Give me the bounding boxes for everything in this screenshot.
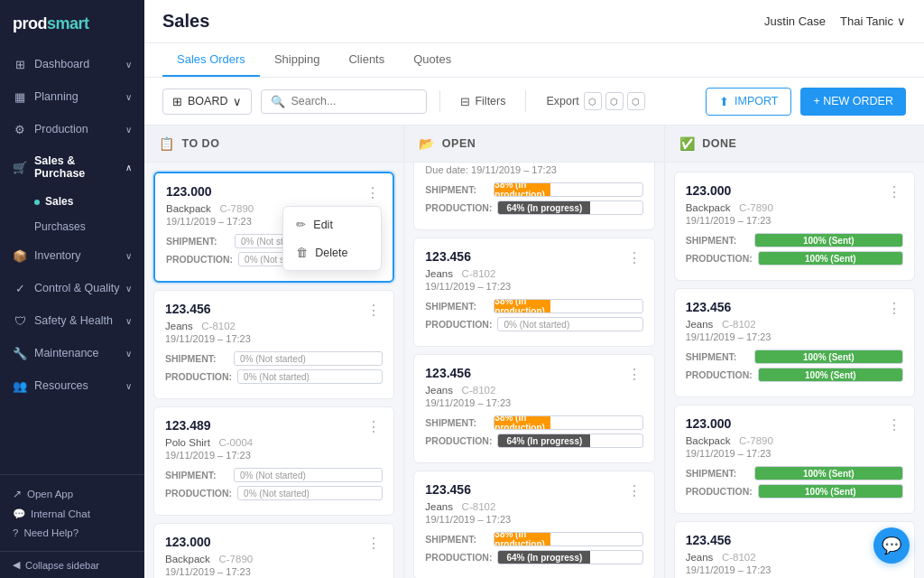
chat-widget-button[interactable]: 💬 <box>873 527 910 564</box>
need-help-link[interactable]: ? Need Help? <box>13 524 132 542</box>
tab-sales-orders[interactable]: Sales Orders <box>162 43 260 77</box>
card-menu-button[interactable]: ⋮ <box>625 249 643 266</box>
card-menu-button[interactable]: ⋮ <box>365 418 383 435</box>
sidebar-item-production[interactable]: ⚙Production ∨ <box>0 113 144 145</box>
production-row: PRODUCTION: 100% (Sent) <box>686 251 903 266</box>
search-icon: 🔍 <box>271 95 285 108</box>
sidebar-item-dashboard[interactable]: ⊞Dashboard ∨ <box>0 48 144 80</box>
search-input[interactable] <box>291 95 417 107</box>
shipment-label: SHIPMENT: <box>166 236 229 247</box>
card-due-date: 19/11/2019 – 17:23 <box>686 448 903 459</box>
export-button[interactable]: Export ⬡ ⬡ ⬡ <box>539 87 651 116</box>
toolbar-actions: ⬆ IMPORT + NEW ORDER <box>706 88 906 116</box>
production-icon: ⚙ <box>13 122 27 136</box>
card-menu-button[interactable]: ⋮ <box>365 302 383 319</box>
export-xls-icon[interactable]: ⬡ <box>627 92 645 110</box>
card-menu-button[interactable]: ⋮ <box>625 366 643 383</box>
production-label: PRODUCTION: <box>686 253 753 264</box>
order-card-open-2[interactable]: 123.456 ⋮ Jeans C-8102 19/11/2019 – 17:2… <box>413 238 654 347</box>
card-menu-button[interactable]: ⋮ <box>625 482 643 499</box>
export-csv-icon[interactable]: ⬡ <box>584 92 602 110</box>
sidebar-item-resources[interactable]: 👥Resources ∨ <box>0 369 144 402</box>
sidebar-item-planning[interactable]: ▦Planning ∨ <box>0 80 144 113</box>
card-product-info: Jeans C-8102 <box>165 321 383 331</box>
sidebar-item-control-quality[interactable]: ✓Control & Quality ∨ <box>0 272 144 304</box>
search-box[interactable]: 🔍 <box>261 89 427 114</box>
order-card-todo-3[interactable]: 123.489 ⋮ Polo Shirt C-0004 19/11/2019 –… <box>153 406 394 516</box>
sidebar-item-purchases[interactable]: Purchases <box>34 214 144 239</box>
order-card-done-3[interactable]: 123.000 ⋮ Backpack C-7890 19/11/2019 – 1… <box>674 405 915 514</box>
delete-menu-item[interactable]: 🗑 Delete <box>283 238 381 266</box>
collapse-icon: ◀ <box>13 559 20 571</box>
internal-chat-link[interactable]: 💬 Internal Chat <box>13 504 132 524</box>
order-card-open-3[interactable]: 123.456 ⋮ Jeans C-8102 19/11/2019 – 17:2… <box>413 354 654 463</box>
order-id: 123.000 <box>165 535 211 549</box>
column-todo: 📋 TO DO 123.000 ⋮ Backpack C-7890 19/11/… <box>144 126 404 578</box>
chevron-down-icon: ∨ <box>897 14 906 28</box>
tab-shipping[interactable]: Shipping <box>260 43 335 77</box>
shipment-label: SHIPMENT: <box>425 417 488 428</box>
card-due-date: 19/11/2019 – 17:23 <box>165 333 383 344</box>
shipment-row: SHIPMENT: 38% (In production) <box>425 415 642 430</box>
shipment-row: SHIPMENT: 38% (In production) <box>425 532 642 546</box>
import-button[interactable]: ⬆ IMPORT <box>706 88 791 116</box>
sidebar-item-sales-purchase[interactable]: 🛒Sales & Purchase ∧ <box>0 145 144 189</box>
board-icon: ⊞ <box>172 95 182 108</box>
tab-quotes[interactable]: Quotes <box>399 43 466 77</box>
open-app-link[interactable]: ↗ Open App <box>13 484 132 504</box>
column-open: 📂 OPEN Due date: 19/11/2019 – 17:23 SHIP… <box>404 126 664 578</box>
order-id: 123.000 <box>686 183 732 198</box>
edit-menu-item[interactable]: ✏ Edit <box>283 210 381 238</box>
production-label: PRODUCTION: <box>686 486 753 497</box>
card-menu-button[interactable]: ⋮ <box>885 416 903 434</box>
card-product-info: Jeans C-8102 <box>686 319 903 330</box>
chevron-up-icon: ∧ <box>125 163 132 172</box>
new-order-button[interactable]: + NEW ORDER <box>800 88 906 116</box>
order-card-todo-2[interactable]: 123.456 ⋮ Jeans C-8102 19/11/2019 – 17:2… <box>153 290 394 399</box>
sidebar-item-inventory[interactable]: 📦Inventory ∨ <box>0 239 144 272</box>
sidebar-bottom: ↗ Open App 💬 Internal Chat ? Need Help? <box>0 474 144 551</box>
card-due-date: 19/11/2019 – 17:23 <box>425 397 642 408</box>
tab-clients[interactable]: Clients <box>334 43 399 77</box>
user-info: Justin Case Thai Tanic ∨ <box>764 14 906 28</box>
card-product-info: Jeans C-8102 <box>425 385 642 396</box>
order-id: 123.000 <box>686 416 732 431</box>
toolbar: ⊞ BOARD ∨ 🔍 ⊟ Filters Export ⬡ ⬡ ⬡ ⬆ IMP… <box>144 78 924 126</box>
production-label: PRODUCTION: <box>686 369 753 380</box>
user-account-selector[interactable]: Thai Tanic ∨ <box>840 14 906 28</box>
sidebar-item-sales[interactable]: Sales <box>34 189 144 214</box>
card-menu-button[interactable]: ⋮ <box>364 184 382 201</box>
shipment-row: SHIPMENT: 38% (In production) <box>425 299 642 313</box>
collapse-sidebar-button[interactable]: ◀ Collapse sidebar <box>0 551 144 578</box>
card-due-date: 19/11/2019 – 17:23 <box>425 281 642 292</box>
filter-button[interactable]: ⊟ Filters <box>453 89 513 114</box>
card-product-info: Jeans C-8102 <box>425 268 642 279</box>
order-card-todo-1[interactable]: 123.000 ⋮ Backpack C-7890 19/11/2019 – 1… <box>153 172 394 283</box>
board-view-button[interactable]: ⊞ BOARD ∨ <box>162 89 252 115</box>
order-card-todo-4[interactable]: 123.000 ⋮ Backpack C-7890 19/11/2019 – 1… <box>153 523 394 578</box>
card-menu-button[interactable]: ⋮ <box>885 183 903 200</box>
sidebar-item-safety-health[interactable]: 🛡Safety & Health ∨ <box>0 304 144 337</box>
order-card-open-0-partial[interactable]: Due date: 19/11/2019 – 17:23 SHIPMENT: 3… <box>413 163 654 230</box>
import-icon: ⬆ <box>719 95 729 108</box>
order-card-done-2[interactable]: 123.456 ⋮ Jeans C-8102 19/11/2019 – 17:2… <box>674 288 915 397</box>
sidebar-sub-menu: Sales Purchases <box>0 189 144 239</box>
export-icons-group: ⬡ ⬡ ⬡ <box>584 92 645 110</box>
production-progress-bar: 100% (Sent) <box>758 484 903 499</box>
shipment-row: SHIPMENT: 100% (Sent) <box>686 466 903 480</box>
order-card-open-4[interactable]: 123.456 ⋮ Jeans C-8102 19/11/2019 – 17:2… <box>413 471 654 578</box>
production-progress-bar: 64% (In progress) <box>497 200 642 215</box>
shipment-row: SHIPMENT: 38% (In production) <box>425 182 642 197</box>
sidebar-item-maintenance[interactable]: 🔧Maintenance ∨ <box>0 337 144 369</box>
export-pdf-icon[interactable]: ⬡ <box>605 92 624 110</box>
production-label: PRODUCTION: <box>165 371 232 382</box>
order-card-done-1[interactable]: 123.000 ⋮ Backpack C-7890 19/11/2019 – 1… <box>674 172 915 281</box>
order-id: 123.456 <box>425 482 471 497</box>
card-menu-button[interactable]: ⋮ <box>885 300 903 317</box>
card-due-date: 19/11/2019 – 17:23 <box>425 514 642 525</box>
card-menu-button[interactable]: ⋮ <box>365 535 383 552</box>
shipment-progress-bar: 38% (In production) <box>494 415 642 430</box>
page-header: Sales Justin Case Thai Tanic ∨ <box>144 0 924 43</box>
card-due-date: Due date: 19/11/2019 – 17:23 <box>425 164 642 175</box>
order-id: 123.456 <box>686 533 732 547</box>
